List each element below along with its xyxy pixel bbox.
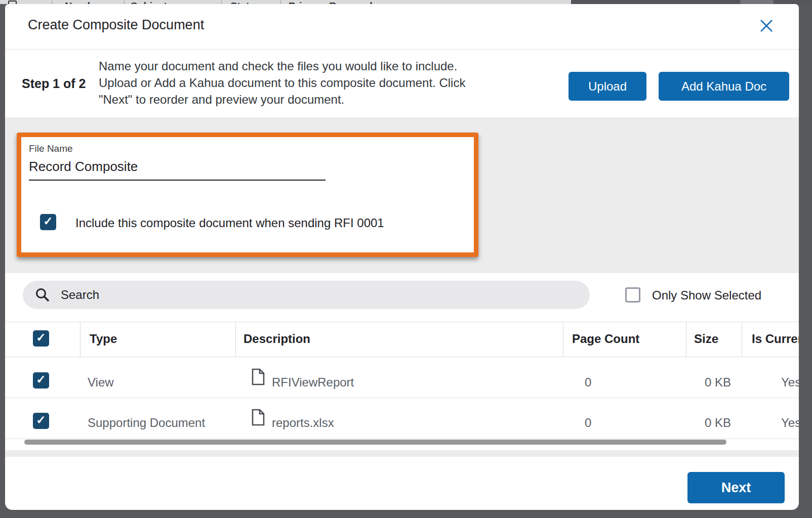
background-col-subject: Subject: [131, 1, 167, 4]
include-composite-label: Include this composite document when sen…: [75, 216, 384, 230]
select-all-checkbox[interactable]: [33, 330, 49, 347]
background-header-row: Number Subject Status Primary Responder: [0, 1, 571, 4]
background-col-primary-responder: Primary Responder: [289, 1, 382, 4]
background-select-all-checkbox: [8, 1, 17, 4]
background-button-fragment: [740, 0, 774, 4]
only-show-selected-checkbox[interactable]: [625, 287, 640, 303]
background-dimmed-area: Sh: [571, 0, 812, 4]
create-composite-document-dialog: Create Composite Document Step 1 of 2 Na…: [5, 4, 799, 510]
step-description: Name your document and check the files y…: [99, 58, 465, 108]
row2-checkbox[interactable]: [33, 413, 49, 429]
annotation-highlight-box: File Name Record Composite Include this …: [17, 133, 478, 257]
row1-description: RFIViewReport: [272, 375, 354, 390]
search-icon: [35, 287, 50, 303]
only-show-selected-label: Only Show Selected: [652, 288, 761, 303]
table-header-row: [5, 322, 799, 357]
file-name-input-underline: [29, 180, 326, 181]
add-kahua-doc-button[interactable]: Add Kahua Doc: [659, 72, 789, 101]
row1-page-count: 0: [585, 375, 591, 390]
document-icon: [251, 368, 265, 385]
dialog-title: Create Composite Document: [28, 17, 204, 33]
include-composite-checkbox[interactable]: [40, 214, 56, 230]
column-header-description: Description: [243, 332, 310, 346]
step-description-line-3: "Next" to reorder and preview your docum…: [99, 91, 465, 108]
background-col-status: Status: [230, 1, 261, 4]
file-name-label: File Name: [29, 143, 73, 154]
row1-is-current: Yes: [781, 375, 799, 390]
horizontal-scrollbar[interactable]: [24, 440, 726, 445]
file-name-input[interactable]: Record Composite: [29, 159, 138, 175]
document-icon: [251, 409, 265, 426]
row1-type: View: [88, 375, 114, 390]
search-placeholder: Search: [61, 288, 99, 302]
footer-divider: [5, 450, 799, 457]
background-table-header: Number Subject Status Primary Responder: [0, 0, 571, 4]
column-header-type: Type: [90, 332, 117, 346]
row2-type: Supporting Document: [88, 416, 205, 430]
close-button[interactable]: [757, 17, 776, 35]
step-description-line-1: Name your document and check the files y…: [99, 58, 465, 74]
row2-page-count: 0: [585, 416, 591, 430]
column-header-page-count: Page Count: [572, 332, 639, 346]
search-input[interactable]: [23, 281, 590, 309]
row2-is-current: Yes: [781, 416, 799, 430]
table-row[interactable]: [5, 357, 799, 398]
row1-size: 0 KB: [705, 375, 731, 390]
column-header-size: Size: [694, 332, 718, 346]
file-name-section: File Name Record Composite Include this …: [5, 117, 799, 273]
step-description-line-2: Upload or Add a Kahua document to this c…: [99, 74, 465, 91]
column-header-is-current: Is Current: [752, 332, 799, 346]
background-col-number: Number: [65, 1, 103, 4]
upload-button[interactable]: Upload: [569, 72, 646, 101]
row1-checkbox[interactable]: [33, 372, 49, 388]
row2-size: 0 KB: [705, 416, 731, 430]
step-indicator: Step 1 of 2: [22, 76, 86, 91]
row2-description: reports.xlsx: [272, 416, 334, 430]
screen: Number Subject Status Primary Responder …: [0, 0, 812, 518]
close-icon: [757, 17, 776, 35]
next-button[interactable]: Next: [687, 472, 785, 503]
